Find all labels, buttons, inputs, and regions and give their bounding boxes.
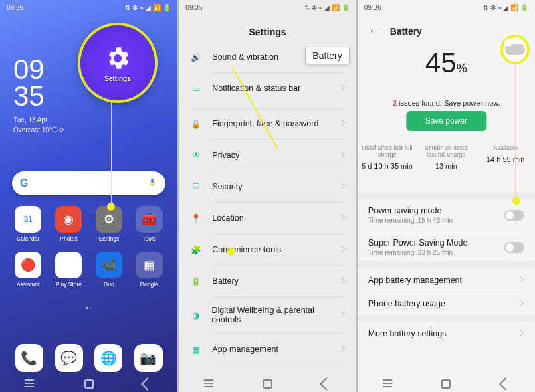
- row-security[interactable]: 🛡Security: [179, 173, 356, 201]
- toggle-super-power-saving[interactable]: [504, 242, 524, 253]
- annotation-dot: [107, 203, 115, 211]
- page-title: Battery: [390, 26, 422, 37]
- nav-back[interactable]: [320, 377, 334, 391]
- app-playstore[interactable]: ▶Play Store: [48, 252, 88, 288]
- clock-minute: 35: [13, 83, 64, 110]
- status-icons: ⇅ ✻ ⌁ ◢ 📶 🔋: [483, 4, 528, 11]
- dock-camera[interactable]: 📷: [134, 344, 163, 372]
- app-photos[interactable]: ◉Photos: [48, 206, 88, 242]
- annotation-highlight-toggle: [500, 35, 530, 64]
- battery-more: More battery settings: [358, 314, 535, 345]
- google-logo: G: [20, 177, 28, 189]
- nav-back[interactable]: [141, 377, 154, 391]
- status-time: 09:36: [364, 4, 381, 11]
- shield-icon: 🛡: [189, 180, 203, 193]
- settings-app-highlight[interactable]: Settings: [80, 25, 155, 100]
- chevron-right-icon: [340, 345, 346, 355]
- row-app-battery-mgmt[interactable]: App battery management: [358, 269, 535, 292]
- location-icon: 📍: [189, 211, 203, 225]
- app-google-folder[interactable]: ▦Google: [129, 252, 169, 288]
- row-more-battery[interactable]: More battery settings: [358, 322, 535, 345]
- row-notification[interactable]: ▭Notification & status bar: [179, 74, 356, 102]
- nav-bar: [179, 376, 356, 392]
- back-arrow-icon[interactable]: ←: [368, 24, 381, 38]
- dock-phone[interactable]: 📞: [15, 344, 43, 372]
- stat-screen: Screen on since last full charge13 min: [417, 144, 475, 170]
- dock-chrome[interactable]: 🌐: [94, 344, 122, 372]
- row-super-power-saving[interactable]: Super Power Saving Mode Time remaining: …: [358, 231, 535, 263]
- date-label: Tue, 13 Apr: [13, 116, 64, 124]
- google-search[interactable]: G: [12, 171, 165, 195]
- row-convenience[interactable]: 🧩Convenience tools: [179, 235, 356, 264]
- mic-icon[interactable]: [148, 176, 157, 191]
- battery-screen: 09:36 ⇅ ✻ ⌁ ◢ 📶 🔋 ← Battery 45% 2 issues…: [358, 0, 535, 392]
- annotation-dot: [512, 197, 520, 205]
- toggle-preview: [505, 44, 525, 55]
- annotation-callout: Battery: [305, 47, 349, 64]
- chevron-right-icon: [340, 245, 346, 255]
- row-fingerprint[interactable]: 🔒Fingerprint, face & password: [179, 110, 356, 138]
- chevron-right-icon: [340, 310, 346, 320]
- chevron-right-icon: [340, 213, 346, 223]
- status-icons: ⇅ ✻ ⌁ ◢ 📶 🔋: [304, 4, 350, 11]
- row-privacy[interactable]: 👁Privacy: [179, 141, 356, 169]
- nav-back[interactable]: [499, 377, 512, 391]
- chevron-right-icon: [340, 119, 346, 129]
- app-grid: 31Calendar ◉Photos ⚙Settings 🧰Tools 🔴Ass…: [0, 206, 177, 288]
- apps-icon: ▦: [189, 342, 203, 356]
- status-bar: 09:35 ⇅ ✻ ⌁ ◢ 📶 🔋: [179, 0, 356, 15]
- nav-recent[interactable]: [383, 379, 392, 389]
- chevron-right-icon: [340, 182, 346, 192]
- row-battery[interactable]: 🔋Battery: [179, 267, 356, 295]
- battery-stats: Used since last full charge5 d 10 h 35 m…: [358, 144, 535, 170]
- app-duo[interactable]: 📹Duo: [89, 252, 129, 288]
- page-indicator: • ·: [0, 304, 177, 312]
- chevron-right-icon: [519, 298, 524, 310]
- battery-links: App battery management Phone battery usa…: [358, 261, 535, 315]
- notification-icon: ▭: [189, 82, 203, 95]
- status-time: 09:35: [185, 4, 202, 11]
- clock-widget: 09 35 Tue, 13 Apr Overcast 19°C ⟳: [13, 56, 64, 134]
- chevron-right-icon: [519, 328, 524, 340]
- stat-used: Used since last full charge5 d 10 h 35 m…: [358, 144, 417, 170]
- nav-home[interactable]: [84, 379, 94, 389]
- row-power-saving[interactable]: Power saving mode Time remaining: 15 h 4…: [358, 199, 535, 231]
- chevron-right-icon: [340, 84, 346, 94]
- row-wellbeing[interactable]: ◑Digital Wellbeing & parental controls: [179, 298, 356, 332]
- nav-recent[interactable]: [204, 379, 213, 389]
- nav-bar: [358, 376, 535, 392]
- save-power-button[interactable]: Save power: [407, 111, 486, 131]
- battery-issues: 2 issues found. Save power now.: [358, 99, 535, 107]
- status-icons: ⇅ ✻ ⌁ ◢ 📶 🔋: [125, 4, 171, 11]
- status-time: 09:35: [7, 4, 23, 11]
- row-phone-battery-usage[interactable]: Phone battery usage: [358, 292, 535, 315]
- dock-messages[interactable]: 💬: [55, 344, 83, 372]
- nav-home[interactable]: [441, 379, 451, 389]
- app-assistant[interactable]: 🔴Assistant: [8, 252, 48, 288]
- row-storage[interactable]: 💾Storage: [179, 367, 356, 376]
- gear-icon: [104, 44, 132, 72]
- app-tools[interactable]: 🧰Tools: [129, 206, 169, 242]
- status-bar: 09:36 ⇅ ✻ ⌁ ◢ 📶 🔋: [358, 0, 535, 15]
- status-bar: 09:35 ⇅ ✻ ⌁ ◢ 📶 🔋: [0, 0, 177, 15]
- nav-bar: [0, 376, 177, 392]
- nav-home[interactable]: [263, 379, 272, 389]
- settings-screen: 09:35 ⇅ ✻ ⌁ ◢ 📶 🔋 Settings Battery 🔊Soun…: [179, 0, 357, 392]
- chevron-right-icon: [519, 274, 524, 286]
- toggle-power-saving[interactable]: [504, 210, 524, 221]
- sound-icon: 🔊: [189, 50, 203, 64]
- tools-icon: 🧩: [189, 243, 203, 256]
- row-location[interactable]: 📍Location: [179, 204, 356, 232]
- power-modes: Power saving mode Time remaining: 15 h 4…: [358, 191, 535, 263]
- settings-list[interactable]: 🔊Sound & vibration ▭Notification & statu…: [179, 43, 356, 376]
- nav-recent[interactable]: [25, 379, 34, 389]
- annotation-line: [515, 64, 516, 198]
- row-app-mgmt[interactable]: ▦App management: [179, 335, 356, 363]
- page-title: Settings: [179, 27, 356, 37]
- battery-icon: 🔋: [189, 274, 203, 288]
- app-calendar[interactable]: 31Calendar: [8, 206, 48, 242]
- privacy-icon: 👁: [189, 149, 203, 162]
- app-settings[interactable]: ⚙Settings: [89, 206, 129, 242]
- chevron-right-icon: [340, 151, 346, 161]
- dock: 📞 💬 🌐 📷: [0, 344, 177, 372]
